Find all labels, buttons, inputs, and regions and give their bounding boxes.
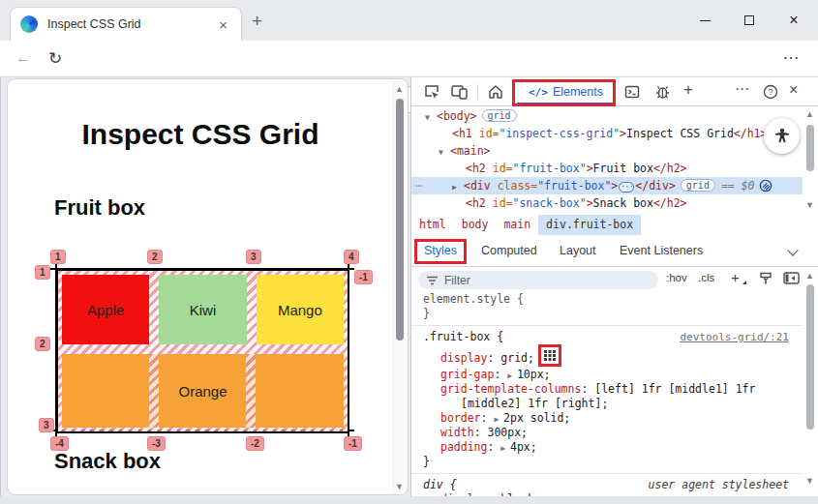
grid-line-badge: 1 <box>50 250 66 264</box>
grid-line-badge: 4 <box>344 250 359 264</box>
browser-tab[interactable]: Inspect CSS Grid × <box>10 7 242 41</box>
page-scrollbar-thumb[interactable] <box>396 99 404 341</box>
grid-line-badge: 2 <box>147 250 163 264</box>
grid-gap-hatch <box>149 354 159 428</box>
expand-arrow-icon[interactable]: ▶ <box>500 444 510 453</box>
page-title: Inspect CSS Grid <box>8 118 393 151</box>
page-scrollbar[interactable]: ▲ ▼ <box>393 80 407 495</box>
fruit-box-rule-close: } <box>411 455 803 469</box>
close-window-button[interactable]: × <box>773 0 815 41</box>
styles-filter-input[interactable]: Filter <box>418 271 658 289</box>
stylesheet-source-link[interactable]: devtools-grid/:21 <box>680 330 789 344</box>
annotation-elements-tab <box>512 79 616 106</box>
grid-cell-kiwi: Kiwi <box>159 275 246 344</box>
breadcrumb-main[interactable]: main <box>496 215 538 235</box>
dom-node-h1[interactable]: <h1 id="inspect-css-grid">Inspect CSS Gr… <box>411 125 803 142</box>
grid-line-badge: -2 <box>246 436 264 451</box>
filter-placeholder: Filter <box>444 274 470 287</box>
help-icon[interactable]: ? <box>762 83 779 101</box>
issues-bug-icon[interactable] <box>653 83 672 101</box>
devtools-panel: </> Elements + ⋯ ? × ▼<body>grid <h1 id=… <box>410 77 818 496</box>
css-prop-display[interactable]: display: grid; <box>411 344 803 368</box>
fruit-box-rule-selector[interactable]: .fruit-box {devtools-grid/:21 <box>411 330 803 344</box>
fruit-box-grid: Apple Kiwi Mango Orange <box>56 269 349 433</box>
settings-more-icon[interactable]: … <box>782 44 800 64</box>
styles-scrollbar-thumb[interactable] <box>806 284 814 430</box>
scroll-down-icon[interactable]: ▼ <box>395 482 404 491</box>
grid-adorner-badge[interactable]: grid <box>681 179 715 192</box>
dom-tree: ▼<body>grid <h1 id="inspect-css-grid">In… <box>411 107 803 214</box>
styles-scrollbar[interactable]: ▲ ▼ <box>804 271 816 493</box>
scroll-up-icon[interactable]: ▲ <box>805 109 814 119</box>
tab-event-listeners[interactable]: Event Listeners <box>620 244 703 257</box>
scroll-down-icon[interactable]: ▼ <box>805 200 814 210</box>
reload-icon[interactable]: ↻ <box>48 48 62 69</box>
svg-text:?: ? <box>768 87 773 97</box>
toggle-cls[interactable]: .cls <box>698 272 714 283</box>
chevron-down-icon[interactable] <box>787 245 798 255</box>
minimize-button[interactable] <box>683 0 726 41</box>
dom-scrollbar-thumb[interactable] <box>806 125 814 171</box>
styles-pane: element.style { } .fruit-box {devtools-g… <box>411 292 803 496</box>
devtools-more-icon[interactable]: ⋯ <box>735 80 749 98</box>
toolbar-separator <box>477 84 478 100</box>
scroll-up-icon[interactable]: ▲ <box>805 271 814 281</box>
element-style-close: } <box>411 307 803 321</box>
css-prop-grid-gap[interactable]: grid-gap: ▶ 10px; <box>411 368 803 382</box>
accessibility-fab-button[interactable] <box>764 118 800 154</box>
dom-node-body[interactable]: ▼<body>grid <box>411 107 803 125</box>
add-tool-icon[interactable]: + <box>683 80 693 100</box>
page-viewport: Inspect CSS Grid Fruit box Apple Kiwi Ma… <box>7 78 409 495</box>
div-rule-selector[interactable]: div {user agent stylesheet <box>411 478 803 492</box>
dom-node-h2-fruit[interactable]: <h2 id="fruit-box">Fruit box</h2> <box>411 160 803 177</box>
new-tab-button[interactable]: + <box>252 11 262 32</box>
maximize-icon <box>744 15 754 25</box>
grid-line-badge: 1 <box>35 265 50 280</box>
tab-layout[interactable]: Layout <box>560 244 596 257</box>
annotation-grid-editor-button[interactable] <box>538 344 561 367</box>
home-icon[interactable] <box>487 83 504 101</box>
dom-node-h2-snack[interactable]: <h2 id="snack-box">Snack box</h2> <box>411 194 803 212</box>
dom-scrollbar[interactable]: ▲ ▼ <box>804 109 816 214</box>
new-style-rule-button[interactable]: + <box>731 269 740 285</box>
grid-line-badge: 3 <box>39 418 54 432</box>
breadcrumb-html[interactable]: html <box>411 215 454 235</box>
expand-arrow-icon[interactable]: ▶ <box>494 415 503 424</box>
maximize-button[interactable] <box>728 0 771 41</box>
expand-arrow-icon[interactable]: ▶ <box>507 371 517 380</box>
browser-toolbar: ← ↻ https://microsoftedge.github.io/Demo… <box>0 41 818 77</box>
scroll-down-icon[interactable]: ▼ <box>805 476 814 486</box>
device-emulation-icon[interactable] <box>450 83 469 101</box>
inline-expand-button[interactable]: ··· <box>619 182 634 193</box>
css-prop-padding[interactable]: padding: ▶ 4px; <box>411 440 803 455</box>
close-devtools-icon[interactable]: × <box>789 81 798 99</box>
inspect-element-icon[interactable] <box>423 83 440 101</box>
titlebar: Inspect CSS Grid × + × <box>0 0 818 41</box>
css-prop-grid-template-columns[interactable]: grid-template-columns: [left] 1fr [middl… <box>411 382 803 397</box>
dom-node-main[interactable]: ▼<main> <box>411 142 803 160</box>
annotation-styles-tab <box>414 239 467 264</box>
dom-node-div-fruit-box-selected[interactable]: ⋯▶<div class="fruit-box">···</div>grid==… <box>411 177 803 194</box>
css-prop-border[interactable]: border: ▶ 2px solid; <box>411 411 803 426</box>
css-prop-continuation: [middle2] 1fr [right]; <box>411 397 803 411</box>
plus-dropdown-corner <box>742 281 746 284</box>
back-icon[interactable]: ← <box>15 48 32 68</box>
dock-sidebar-icon[interactable] <box>783 272 800 284</box>
console-drawer-icon[interactable] <box>623 83 641 101</box>
element-style-selector[interactable]: element.style { <box>411 292 803 307</box>
rule-divider <box>411 325 803 326</box>
scroll-up-icon[interactable]: ▲ <box>395 84 404 94</box>
rendering-brush-icon[interactable] <box>758 271 773 286</box>
tab-computed[interactable]: Computed <box>481 244 537 257</box>
toggle-hov[interactable]: :hov <box>666 272 687 283</box>
snack-box-heading: Snack box <box>54 449 161 474</box>
node-menu-icon[interactable]: ⋯ <box>415 177 422 194</box>
filter-icon <box>426 276 439 285</box>
css-prop-width[interactable]: width: 300px; <box>411 426 803 440</box>
grid-gap-hatch <box>246 354 256 428</box>
tab-close-icon[interactable]: × <box>215 16 231 33</box>
breadcrumb-div-fruit-box[interactable]: div.fruit-box <box>538 215 641 235</box>
breadcrumb-body[interactable]: body <box>454 215 497 235</box>
edge-logo-icon <box>20 15 38 33</box>
grid-adorner-badge[interactable]: grid <box>482 109 517 122</box>
